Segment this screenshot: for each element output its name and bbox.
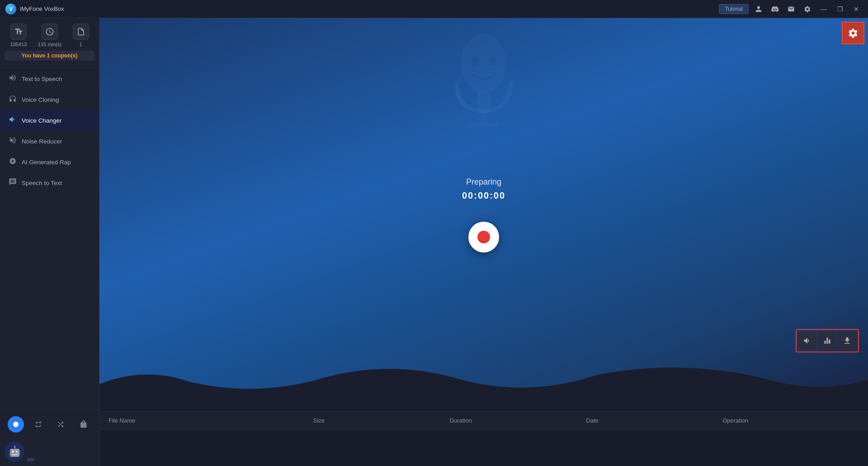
chatbot-avatar: 🤖 bbox=[5, 442, 24, 461]
sidebar-bottom bbox=[0, 410, 99, 438]
noise-reducer-icon bbox=[8, 136, 17, 146]
content-area: Preparing 00:00:00 bbox=[99, 18, 868, 466]
equalizer-button[interactable] bbox=[818, 332, 836, 350]
discord-button[interactable] bbox=[769, 3, 781, 15]
record-dot bbox=[477, 231, 490, 243]
sidebar-item-speech-to-text[interactable]: Speech to Text bbox=[0, 172, 99, 193]
topbar-settings-button[interactable] bbox=[801, 3, 814, 15]
title-bar: V iMyFone VoxBox Tutorial — ❐ ✕ bbox=[0, 0, 868, 18]
chars-value: 105413 bbox=[10, 42, 27, 47]
loop-button[interactable] bbox=[30, 416, 47, 433]
mins-icon bbox=[42, 24, 58, 40]
sidebar-item-ai-generated-rap[interactable]: AI Generated Rap bbox=[0, 152, 99, 172]
sidebar-item-text-to-speech[interactable]: Text to Speech bbox=[0, 68, 99, 89]
recording-status: Preparing 00:00:00 bbox=[462, 177, 505, 201]
stat-mins: 115 min(s) bbox=[38, 24, 61, 47]
svg-point-6 bbox=[489, 57, 496, 66]
wave-landscape bbox=[99, 357, 868, 411]
coupon-banner[interactable]: You have 1 coupon(s) bbox=[5, 51, 94, 61]
stat-count: 1 bbox=[73, 24, 89, 47]
count-value: 1 bbox=[80, 42, 82, 47]
col-filename: File Name bbox=[108, 417, 313, 424]
app-logo: V bbox=[5, 4, 16, 14]
svg-point-0 bbox=[13, 422, 19, 427]
chars-icon bbox=[10, 24, 27, 40]
table-body bbox=[99, 430, 868, 466]
status-text: Preparing bbox=[466, 177, 501, 187]
table-header: File Name Size Duration Date Operation bbox=[99, 412, 868, 430]
profile-button[interactable] bbox=[752, 3, 765, 15]
timer-text: 00:00:00 bbox=[462, 190, 505, 201]
volume-button[interactable] bbox=[798, 332, 816, 350]
stat-chars: 105413 bbox=[10, 24, 27, 47]
export-button[interactable] bbox=[838, 332, 856, 350]
nav-section: Text to Speech Voice Cloning Voice Chang… bbox=[0, 65, 99, 410]
shuffle-button[interactable] bbox=[52, 416, 69, 433]
mail-button[interactable] bbox=[785, 3, 797, 15]
sidebar-label-ai-generated-rap: AI Generated Rap bbox=[22, 159, 71, 166]
svg-rect-4 bbox=[468, 122, 500, 127]
main-layout: 105413 115 min(s) 1 You have 1 coupon(s) bbox=[0, 18, 868, 466]
text-to-speech-icon bbox=[8, 74, 17, 84]
sidebar-item-voice-cloning[interactable]: Voice Cloning bbox=[0, 89, 99, 110]
sidebar: 105413 115 min(s) 1 You have 1 coupon(s) bbox=[0, 18, 99, 466]
sidebar-label-text-to-speech: Text to Speech bbox=[22, 76, 62, 82]
col-size: Size bbox=[313, 417, 450, 424]
bottom-toolbar bbox=[796, 329, 859, 352]
title-bar-left: V iMyFone VoxBox bbox=[5, 4, 64, 14]
col-date: Date bbox=[586, 417, 722, 424]
settings-button[interactable] bbox=[842, 22, 864, 44]
minimize-button[interactable]: — bbox=[817, 3, 830, 15]
close-button[interactable]: ✕ bbox=[850, 3, 863, 15]
sidebar-label-noise-reducer: Noise Reducer bbox=[22, 138, 62, 145]
briefcase-button[interactable] bbox=[75, 416, 91, 433]
record-tab-button[interactable] bbox=[8, 416, 24, 433]
sidebar-item-noise-reducer[interactable]: Noise Reducer bbox=[0, 131, 99, 152]
voice-changer-icon bbox=[8, 115, 17, 125]
sidebar-label-voice-cloning: Voice Cloning bbox=[22, 96, 59, 103]
tutorial-button[interactable]: Tutorial bbox=[719, 4, 749, 14]
voice-cloning-icon bbox=[8, 95, 17, 105]
title-bar-right: Tutorial — ❐ ✕ bbox=[719, 3, 863, 15]
sidebar-label-voice-changer: Voice Changer bbox=[22, 117, 62, 124]
speech-to-text-icon bbox=[8, 178, 17, 188]
count-icon bbox=[73, 24, 89, 40]
col-operation: Operation bbox=[722, 417, 859, 424]
recording-area: Preparing 00:00:00 bbox=[99, 18, 868, 411]
ai-generated-rap-icon bbox=[8, 157, 17, 167]
svg-point-5 bbox=[471, 57, 478, 66]
mins-value: 115 min(s) bbox=[38, 42, 61, 47]
sidebar-label-speech-to-text: Speech to Text bbox=[22, 180, 62, 186]
toolbar-btn-group bbox=[796, 329, 859, 352]
chatbot-bubble bbox=[27, 458, 34, 461]
chatbot-widget[interactable]: 🤖 bbox=[0, 438, 99, 466]
svg-point-1 bbox=[461, 34, 506, 93]
file-table: File Name Size Duration Date Operation bbox=[99, 411, 868, 466]
sidebar-item-voice-changer[interactable]: Voice Changer bbox=[0, 110, 99, 131]
app-title: iMyFone VoxBox bbox=[20, 5, 64, 12]
stats-row: 105413 115 min(s) 1 bbox=[5, 24, 94, 47]
maximize-button[interactable]: ❐ bbox=[834, 3, 846, 15]
stats-area: 105413 115 min(s) 1 You have 1 coupon(s) bbox=[0, 18, 99, 65]
mic-silhouette bbox=[439, 32, 529, 140]
record-button[interactable] bbox=[468, 222, 499, 252]
col-duration: Duration bbox=[450, 417, 586, 424]
